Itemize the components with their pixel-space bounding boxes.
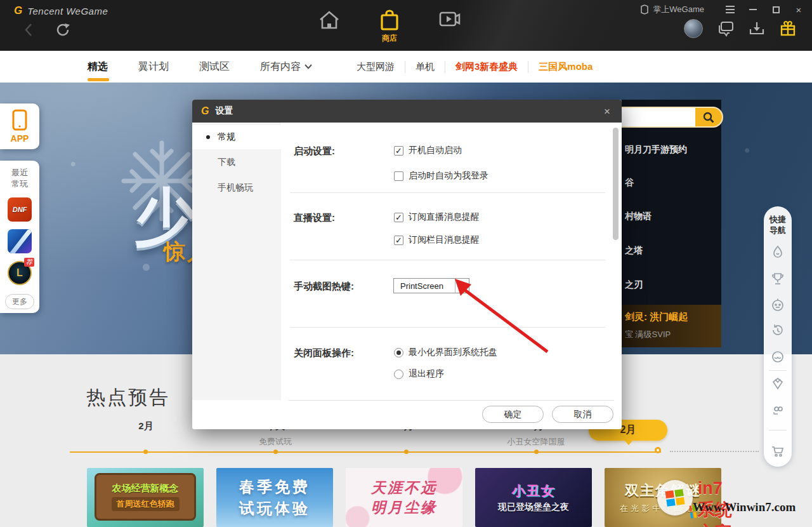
ok-button[interactable]: 确定 — [482, 406, 544, 423]
search-button[interactable] — [695, 107, 722, 128]
cancel-button[interactable]: 取消 — [552, 406, 613, 423]
quick-nav-rail: 快捷 导航 — [764, 206, 792, 467]
dialog-tab-mobile-play[interactable]: 手机畅玩 — [192, 176, 281, 200]
timeline-line — [70, 451, 661, 453]
search-icon — [703, 112, 714, 123]
more-button[interactable]: 更多 — [5, 294, 34, 309]
app-label: APP — [11, 133, 29, 143]
checkbox-auto-login[interactable]: 启动时自动为我登录 — [394, 170, 488, 182]
game-icon-dnf[interactable]: DNF — [8, 197, 32, 222]
dialog-tab-download[interactable]: 下载 — [192, 150, 281, 175]
chevron-down-icon — [304, 64, 312, 69]
divider — [290, 260, 605, 260]
app-card[interactable]: APP — [0, 103, 39, 149]
dialog-tab-column: 常规 下载 手机畅玩 — [192, 123, 281, 429]
settings-dialog: G 设置 × 常规 下载 手机畅玩 启动设置: 开机自动启动 — [192, 100, 622, 429]
list-item[interactable]: 之塔 — [625, 245, 643, 257]
tab-test-zone[interactable]: 测试区 — [199, 60, 230, 74]
minimize-button[interactable] — [746, 3, 760, 17]
radio-icon — [394, 370, 403, 379]
watermark-url: Www.Winwin7.com — [693, 500, 796, 514]
gem-icon[interactable] — [771, 377, 785, 390]
link-threekingdoms-moba[interactable]: 三国风moba — [528, 61, 603, 73]
recent-label-1: 最近 — [11, 167, 28, 178]
list-item[interactable]: 谷 — [625, 177, 634, 189]
list-item[interactable]: 村物语 — [625, 211, 652, 222]
game-card-harley[interactable]: 小丑女 现已登场堡垒之夜 — [475, 468, 592, 527]
game-card-tianya[interactable]: 天涯不远 明月尘缘 — [346, 468, 462, 527]
windows-logo-badge — [657, 480, 693, 516]
dialog-content: 启动设置: 开机自动启动 启动时自动为我登录 直播设置: 订阅直播消息提醒 订阅… — [281, 123, 622, 400]
dialog-footer: 确定 取消 — [192, 400, 622, 429]
game-card-farm[interactable]: 农场经营新概念 首周送红色轿跑 — [87, 468, 204, 527]
messages-icon[interactable] — [717, 20, 735, 37]
game-list-panel: 绍 明月刀手游预约 谷 村物语 之塔 之刃 剑灵: 洪门崛起 宝 满级SVIP — [622, 100, 721, 347]
flame-icon[interactable] — [771, 245, 785, 259]
cart-icon[interactable] — [771, 444, 785, 458]
trophy-icon[interactable] — [771, 272, 785, 286]
radio-minimize-to-tray[interactable]: 最小化界面到系统托盘 — [394, 347, 497, 358]
game-icon-lol[interactable]: L 荐 — [8, 261, 32, 285]
mask-icon[interactable] — [771, 350, 785, 364]
history-icon[interactable] — [771, 323, 785, 337]
game-icon-sword[interactable] — [8, 229, 32, 253]
dialog-close-icon[interactable]: × — [600, 105, 614, 119]
checkbox-icon — [394, 213, 403, 222]
card-title: 天涯不远 — [371, 478, 437, 498]
link-mmo[interactable]: 大型网游 — [346, 61, 405, 73]
recent-label-2: 常玩 — [11, 178, 28, 190]
list-item-highlighted[interactable]: 剑灵: 洪门崛起 宝 满级SVIP — [622, 305, 721, 347]
video-tab[interactable] — [438, 9, 462, 29]
gift-icon[interactable] — [779, 20, 797, 37]
video-icon — [438, 9, 462, 29]
checkbox-auto-start[interactable]: 开机自动启动 — [394, 145, 462, 156]
mobile-wegame-link[interactable]: 掌上WeGame — [640, 4, 704, 15]
dialog-tab-general[interactable]: 常规 — [192, 125, 281, 149]
maximize-button[interactable] — [769, 3, 783, 17]
menu-button[interactable] — [723, 3, 737, 17]
timeline-dot — [143, 450, 148, 454]
phone-icon — [640, 4, 649, 15]
quick-nav-label-2: 导航 — [764, 225, 792, 236]
checkbox-live-notify[interactable]: 订阅直播消息提醒 — [394, 211, 480, 223]
wegame-logo-icon: G — [14, 4, 22, 17]
link-single-player[interactable]: 单机 — [405, 61, 445, 73]
refresh-icon[interactable] — [55, 22, 71, 38]
dialog-scrollbar[interactable] — [613, 128, 619, 240]
card-title: 农场经营新概念 — [112, 483, 179, 495]
list-item[interactable]: 之刃 — [625, 279, 643, 291]
back-icon[interactable] — [24, 22, 33, 37]
timeline-dot — [404, 450, 409, 454]
user-avatar[interactable] — [684, 19, 703, 38]
robot-icon[interactable] — [771, 298, 785, 312]
tab-featured[interactable]: 精选 — [88, 60, 108, 74]
card-title: 春季免费 — [239, 477, 310, 497]
checkbox-icon — [394, 146, 403, 156]
download-icon[interactable] — [749, 20, 765, 37]
section-label-close-action: 关闭面板操作: — [294, 347, 354, 359]
home-tab[interactable] — [317, 9, 341, 30]
quotes-icon[interactable] — [771, 403, 785, 417]
checkbox-channel-notify[interactable]: 订阅栏目消息提醒 — [394, 234, 480, 246]
timeline-item[interactable]: 2月 — [92, 420, 200, 436]
tab-wing-plan[interactable]: 翼计划 — [138, 60, 169, 74]
card-subtitle: 首周送红色轿跑 — [112, 497, 180, 511]
close-button[interactable]: × — [792, 3, 806, 17]
timeline-dotted-future — [670, 451, 759, 452]
game-card-spring-trial[interactable]: 春季免费 试玩体验 — [216, 468, 333, 527]
section-label-screenshot: 手动截图热键: — [294, 281, 354, 293]
hotkey-dropdown[interactable]: PrintScreen — [393, 278, 469, 293]
radio-exit-program[interactable]: 退出程序 — [394, 368, 444, 380]
checkbox-icon — [394, 171, 403, 181]
quick-nav-label-1: 快捷 — [764, 214, 792, 225]
list-item[interactable]: 明月刀手游预约 — [625, 144, 687, 156]
timeline-dot — [534, 450, 539, 454]
card-subtitle: 试玩体验 — [239, 498, 310, 519]
title-bar: G Tencent WeGame 掌上WeGame × — [0, 0, 812, 51]
store-tab[interactable]: 商店 — [378, 9, 401, 44]
tab-all-content[interactable]: 所有内容 — [260, 60, 312, 74]
link-jx3-festival[interactable]: 剑网3新春盛典 — [445, 61, 528, 73]
hotspot-title: 热点预告 — [86, 385, 170, 411]
store-bag-icon — [378, 9, 401, 32]
recent-games-card: 最近 常玩 DNF L 荐 更多 — [0, 161, 39, 313]
